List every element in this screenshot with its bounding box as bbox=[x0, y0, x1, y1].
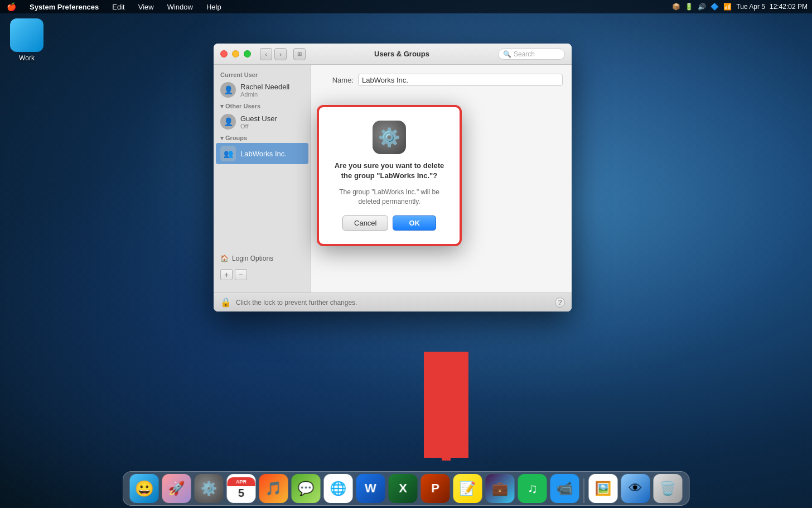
bluetooth-icon: 🔷 bbox=[710, 3, 719, 11]
dock-chrome[interactable]: 🌐 bbox=[324, 474, 353, 503]
groups-label: ▾ Groups bbox=[214, 132, 311, 143]
dock-word[interactable]: W bbox=[356, 474, 385, 503]
dock: 😀 🚀 ⚙️ APR 5 🎵 💬 🌐 W bbox=[123, 471, 690, 506]
delete-group-dialog: ⚙️ Are you sure you want to delete the g… bbox=[317, 105, 462, 246]
dock-spotify[interactable]: ♫ bbox=[518, 474, 547, 503]
dock-powerpoint[interactable]: P bbox=[421, 474, 450, 503]
dock-excel[interactable]: X bbox=[389, 474, 418, 503]
dock-itunes[interactable]: 🎵 bbox=[259, 474, 288, 503]
window-title: Users & Groups bbox=[310, 50, 494, 58]
search-placeholder: Search bbox=[514, 50, 535, 58]
footer-text: Click the lock to prevent further change… bbox=[236, 299, 357, 306]
time: 12:42:02 PM bbox=[770, 3, 808, 11]
dock-slack[interactable]: 💼 bbox=[486, 474, 515, 503]
work-folder-icon bbox=[10, 18, 44, 52]
dock-photos[interactable]: 🖼️ bbox=[589, 474, 618, 503]
rachel-avatar: 👤 bbox=[220, 82, 236, 98]
dock-finder[interactable]: 😀 bbox=[130, 474, 159, 503]
menu-help[interactable]: Help bbox=[204, 3, 224, 11]
guest-status: Off bbox=[240, 123, 277, 130]
guest-avatar: 👤 bbox=[220, 114, 236, 130]
name-field: Name: LabWorks Inc. bbox=[320, 74, 563, 86]
name-label: Name: bbox=[320, 76, 354, 84]
system-preferences-window: ‹ › ⊞ Users & Groups 🔍 Search Current Us… bbox=[214, 44, 572, 311]
remove-button[interactable]: − bbox=[235, 269, 247, 280]
dialog-title: Are you sure you want to delete the grou… bbox=[335, 161, 444, 181]
add-button[interactable]: + bbox=[220, 269, 233, 280]
back-button[interactable]: ‹ bbox=[260, 48, 272, 60]
other-users-chevron: ▾ bbox=[220, 103, 225, 109]
dialog-icon: ⚙️ bbox=[373, 121, 406, 154]
help-button[interactable]: ? bbox=[555, 298, 565, 308]
maximize-button[interactable] bbox=[244, 50, 251, 57]
dock-zoom[interactable]: 📹 bbox=[550, 474, 579, 503]
name-value[interactable]: LabWorks Inc. bbox=[358, 74, 563, 86]
menubar-right: 📦 🔋 🔊 🔷 📶 Tue Apr 5 12:42:02 PM bbox=[672, 3, 808, 11]
menu-view[interactable]: View bbox=[136, 3, 156, 11]
dialog-buttons: Cancel OK bbox=[342, 215, 436, 231]
dock-trash[interactable]: 🗑️ bbox=[654, 474, 683, 503]
desktop: 🍎 System Preferences Edit View Window He… bbox=[0, 0, 812, 508]
work-folder-label: Work bbox=[19, 54, 35, 62]
house-icon: 🏠 bbox=[220, 255, 229, 262]
window-footer: 🔒 Click the lock to prevent further chan… bbox=[214, 293, 572, 311]
rachel-info: Rachel Needell Admin bbox=[240, 83, 289, 98]
dock-calendar[interactable]: APR 5 bbox=[227, 474, 256, 503]
guest-name: Guest User bbox=[240, 114, 277, 123]
login-options-item[interactable]: 🏠 Login Options bbox=[214, 251, 311, 266]
current-user-label: Current User bbox=[214, 69, 311, 79]
sidebar-bottom: + − bbox=[214, 266, 311, 284]
menu-window[interactable]: Window bbox=[165, 3, 195, 11]
minimize-button[interactable] bbox=[232, 50, 239, 57]
ok-button[interactable]: OK bbox=[393, 215, 436, 231]
dock-messages[interactable]: 💬 bbox=[292, 474, 321, 503]
dock-preview[interactable]: 👁 bbox=[621, 474, 650, 503]
desktop-icon-work[interactable]: Work bbox=[4, 18, 49, 62]
labworks-avatar: 👥 bbox=[220, 146, 236, 161]
apple-menu[interactable]: 🍎 bbox=[4, 2, 18, 11]
rachel-name: Rachel Needell bbox=[240, 83, 289, 91]
red-arrow bbox=[424, 352, 468, 463]
window-titlebar: ‹ › ⊞ Users & Groups 🔍 Search bbox=[214, 44, 572, 65]
battery-icon: 🔋 bbox=[685, 3, 693, 11]
lock-icon[interactable]: 🔒 bbox=[220, 297, 231, 308]
labworks-info: LabWorks Inc. bbox=[240, 150, 287, 158]
sidebar-item-rachel[interactable]: 👤 Rachel Needell Admin bbox=[214, 79, 311, 100]
wifi-icon: 📶 bbox=[723, 3, 732, 11]
other-users-label: ▾ Other Users bbox=[214, 100, 311, 111]
app-name[interactable]: System Preferences bbox=[27, 3, 101, 11]
dock-sysprefs[interactable]: ⚙️ bbox=[195, 474, 224, 503]
dock-divider bbox=[584, 478, 584, 503]
menubar-left: 🍎 System Preferences Edit View Window He… bbox=[4, 2, 224, 11]
menubar: 🍎 System Preferences Edit View Window He… bbox=[0, 0, 812, 13]
dropbox-icon: 📦 bbox=[672, 3, 680, 11]
login-options-label: Login Options bbox=[232, 255, 273, 262]
rachel-role: Admin bbox=[240, 91, 289, 98]
nav-buttons: ‹ › bbox=[260, 48, 287, 60]
search-icon: 🔍 bbox=[503, 50, 511, 58]
close-button[interactable] bbox=[220, 50, 228, 57]
volume-icon: 🔊 bbox=[698, 3, 706, 11]
labworks-name: LabWorks Inc. bbox=[240, 150, 287, 158]
dock-launchpad[interactable]: 🚀 bbox=[162, 474, 191, 503]
grid-button[interactable]: ⊞ bbox=[293, 48, 306, 60]
clock: Tue Apr 5 bbox=[736, 3, 765, 11]
sidebar-item-labworks[interactable]: 👥 LabWorks Inc. bbox=[216, 143, 308, 164]
cancel-button[interactable]: Cancel bbox=[342, 215, 388, 231]
groups-chevron: ▾ bbox=[220, 135, 225, 141]
search-box[interactable]: 🔍 Search bbox=[498, 49, 565, 60]
sidebar: Current User 👤 Rachel Needell Admin ▾ Ot… bbox=[214, 65, 311, 293]
forward-button[interactable]: › bbox=[274, 48, 287, 60]
guest-info: Guest User Off bbox=[240, 114, 277, 130]
menu-edit[interactable]: Edit bbox=[110, 3, 127, 11]
sysprefs-icon: ⚙️ bbox=[378, 127, 400, 148]
sidebar-item-guest[interactable]: 👤 Guest User Off bbox=[214, 111, 311, 132]
dialog-message: The group "LabWorks Inc." will be delete… bbox=[339, 188, 439, 207]
dock-notes[interactable]: 📝 bbox=[453, 474, 482, 503]
